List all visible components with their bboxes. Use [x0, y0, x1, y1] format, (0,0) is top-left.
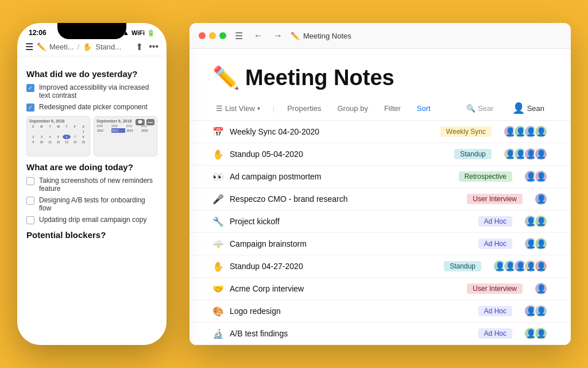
table-row[interactable]: 🔬A/B test findingsAd Hoc👤👤 — [189, 323, 571, 345]
search-icon: 🔍 — [466, 104, 475, 113]
wifi-icon: WiFi — [131, 29, 145, 36]
row-title: A/B test findings — [230, 329, 473, 338]
table-row[interactable]: 🎤Respeczo CMO - brand researchUser Inter… — [189, 188, 571, 210]
row-avatars: 👤 — [534, 192, 548, 206]
window-body[interactable]: ✏️ Meeting Notes ☰ List View ▾ | Propert… — [189, 49, 571, 345]
battery-icon: 🔋 — [147, 29, 155, 37]
row-title: Standup 04-27-2020 — [230, 262, 438, 271]
window-maximize-button[interactable] — [219, 32, 226, 39]
share-icon[interactable]: ⬆ — [136, 41, 143, 52]
hamburger-menu-icon[interactable]: ☰ — [232, 29, 246, 43]
phone-nav-sep: / — [78, 43, 80, 51]
desktop-window: ☰ ← → ✏️ Meeting Notes ✏️ Meeting Notes … — [189, 23, 571, 345]
checkbox-unchecked[interactable] — [26, 197, 34, 205]
row-title: Ad campaign postmortem — [230, 172, 453, 181]
row-avatars: 👤👤👤👤 — [503, 125, 548, 139]
row-avatars: 👤👤 — [524, 214, 548, 228]
avatar: 👤 — [534, 282, 548, 296]
row-icon: 🤝 — [212, 283, 224, 294]
checklist-text: Designing A/B tests for onboarding flow — [39, 196, 157, 212]
phone-nav-emoji2: ✋ — [83, 43, 92, 51]
row-title: Logo redesign — [230, 306, 473, 316]
row-icon: 🎤 — [212, 194, 224, 205]
avatar: 👤 — [534, 259, 548, 273]
list-view-icon: ☰ — [216, 104, 223, 113]
phone-time: 12:06 — [29, 29, 47, 37]
table-row[interactable]: 🎨Logo redesignAd Hoc👤👤 — [189, 300, 571, 323]
row-avatars: 👤👤 — [524, 327, 548, 340]
row-icon: 📅 — [212, 126, 224, 137]
phone-nav-title1: Meeti... — [49, 43, 74, 51]
image-more-icon[interactable]: ••• — [146, 119, 154, 125]
table-row[interactable]: ✋Standup 04-27-2020Standup👤👤👤👤👤 — [189, 255, 571, 278]
table-row[interactable]: 🔧Project kickoffAd Hoc👤👤 — [189, 210, 571, 233]
table-row[interactable]: 👀Ad campaign postmortemRetrospective👤👤 — [189, 166, 571, 188]
checkbox-unchecked[interactable] — [26, 216, 34, 224]
checklist-item: Designing A/B tests for onboarding flow — [26, 196, 157, 212]
avatar: 👤 — [534, 147, 548, 161]
user-avatar[interactable]: 👤 Sean — [509, 99, 548, 117]
phone-content: What did we do yesterday? ✓ Improved acc… — [17, 56, 167, 332]
group-by-button[interactable]: Group by — [334, 102, 371, 115]
image-comment-icon[interactable]: 💬 — [136, 119, 145, 125]
phone-image-preview: September 6, 2018 SMTWTFS 1 2345678 9101… — [26, 116, 157, 156]
avatar-icon: 👤 — [512, 102, 525, 114]
checkbox-checked[interactable]: ✓ — [26, 84, 34, 92]
properties-button[interactable]: Properties — [284, 102, 324, 115]
window-minimize-button[interactable] — [209, 32, 216, 39]
image-box-1: September 6, 2018 SMTWTFS 1 2345678 9101… — [26, 116, 90, 156]
table-row[interactable]: 🤝Acme Corp interviewUser Interview👤 — [189, 278, 571, 300]
title-emoji: ✏️ — [291, 32, 300, 40]
row-avatars: 👤👤👤👤 — [503, 147, 548, 161]
forward-button[interactable]: → — [271, 29, 285, 43]
table-row[interactable]: ✋Standup 05-04-2020Standup👤👤👤👤 — [189, 143, 571, 166]
row-avatars: 👤👤 — [524, 237, 548, 251]
row-tag: Ad Hoc — [478, 306, 512, 316]
checklist-text: Taking screenshots of new reminders feat… — [39, 177, 157, 193]
row-tag: Ad Hoc — [478, 239, 512, 249]
notion-header: ✏️ Meeting Notes — [189, 49, 571, 96]
row-tag: Weekly Sync — [440, 126, 492, 137]
row-icon: 🔧 — [212, 216, 224, 227]
row-tag: User Interview — [467, 194, 523, 204]
more-icon[interactable]: ••• — [149, 41, 158, 52]
row-avatars: 👤👤👤👤👤 — [493, 259, 548, 273]
chevron-down-icon: ▾ — [257, 105, 260, 112]
row-tag: User Interview — [467, 283, 523, 294]
row-tag: Standup — [444, 261, 481, 271]
phone-section3-title: Potential blockers? — [26, 230, 157, 240]
row-tag: Ad Hoc — [478, 328, 512, 339]
view-toggle[interactable]: ☰ List View ▾ — [212, 102, 264, 115]
back-button[interactable]: ← — [252, 29, 265, 43]
notion-toolbar: ☰ List View ▾ | Properties Group by Filt… — [189, 96, 571, 121]
table-row[interactable]: 🌩️Campaign brainstormAd Hoc👤👤 — [189, 233, 571, 255]
checklist-text: Redesigned date picker component — [39, 103, 148, 111]
checklist-text: Improved accessibility via increased tex… — [39, 83, 157, 99]
notion-table: 📅Weekly Sync 04-20-2020Weekly Sync👤👤👤👤✋S… — [189, 121, 571, 345]
row-icon: ✋ — [212, 149, 224, 160]
checkbox-unchecked[interactable] — [26, 177, 34, 185]
avatar: 👤 — [534, 125, 548, 139]
search-button[interactable]: 🔍 Sear — [463, 102, 497, 115]
phone-section2-title: What are we doing today? — [26, 162, 157, 172]
checklist-item: ✓ Redesigned date picker component — [26, 103, 157, 112]
menu-icon[interactable]: ☰ — [25, 41, 33, 52]
row-title: Weekly Sync 04-20-2020 — [230, 127, 435, 136]
avatar: 👤 — [534, 304, 548, 318]
checklist-text: Updating drip email campaign copy — [39, 216, 146, 224]
filter-button[interactable]: Filter — [381, 102, 404, 115]
phone-nav: ☰ ✏️ Meeti... / ✋ Stand... ⬆ ••• — [17, 38, 167, 56]
window-close-button[interactable] — [199, 32, 206, 39]
row-avatars: 👤👤 — [524, 304, 548, 318]
phone-nav-icons: ⬆ ••• — [136, 41, 158, 52]
table-row[interactable]: 📅Weekly Sync 04-20-2020Weekly Sync👤👤👤👤 — [189, 121, 571, 143]
page-title: ✏️ Meeting Notes — [212, 65, 548, 90]
window-controls — [199, 32, 226, 39]
checklist-item: ✓ Improved accessibility via increased t… — [26, 83, 157, 99]
row-icon: 👀 — [212, 171, 224, 182]
sort-button[interactable]: Sort — [413, 102, 434, 115]
checkbox-checked[interactable]: ✓ — [26, 103, 34, 112]
row-icon: ✋ — [212, 261, 224, 272]
row-icon: 🎨 — [212, 306, 224, 317]
avatar: 👤 — [534, 170, 548, 183]
